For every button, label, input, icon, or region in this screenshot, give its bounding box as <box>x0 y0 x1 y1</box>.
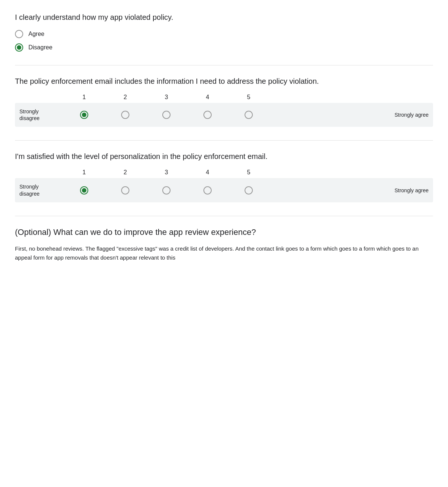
scale-2-option-3[interactable] <box>146 111 187 119</box>
scale-3-radio-3[interactable] <box>162 186 171 195</box>
disagree-radio-inner <box>17 45 21 50</box>
scale-3-num-3: 3 <box>146 169 187 176</box>
scale-2-radio-4[interactable] <box>203 111 212 119</box>
scale-3-num-4: 4 <box>187 169 228 176</box>
scale-2-options <box>64 111 395 119</box>
scale-2-num-4: 4 <box>187 94 228 101</box>
scale-2-strongly-disagree-label: Stronglydisagree <box>15 108 64 122</box>
scale-2-option-5[interactable] <box>228 111 269 119</box>
scale-2-numbers: 1 2 3 4 5 <box>64 94 433 101</box>
scale-3-radio-5[interactable] <box>245 186 253 195</box>
scale-3-num-1: 1 <box>64 169 105 176</box>
scale-2-radio-1-inner <box>82 113 86 117</box>
scale-3-strongly-disagree-label: Stronglydisagree <box>15 183 64 197</box>
scale-3-option-4[interactable] <box>187 186 228 195</box>
divider-3 <box>15 216 433 216</box>
scale-3-option-3[interactable] <box>146 186 187 195</box>
agree-option[interactable]: Agree <box>15 30 433 38</box>
scale-2-option-2[interactable] <box>105 111 146 119</box>
scale-2-radio-1[interactable] <box>80 111 88 119</box>
question-2-scale: 1 2 3 4 5 Stronglydisagree <box>15 94 433 127</box>
scale-3-option-2[interactable] <box>105 186 146 195</box>
scale-3-strongly-agree-label: Strongly agree <box>395 187 433 193</box>
scale-2-num-1: 1 <box>64 94 105 101</box>
scale-2-num-5: 5 <box>228 94 269 101</box>
scale-3-option-1[interactable] <box>64 186 105 195</box>
scale-2-row: Stronglydisagree <box>15 103 433 127</box>
disagree-radio[interactable] <box>15 43 23 52</box>
agree-label: Agree <box>28 31 45 37</box>
scale-3-radio-2[interactable] <box>121 186 129 195</box>
question-2-title: The policy enforcement email includes th… <box>15 76 433 86</box>
scale-2-radio-3[interactable] <box>162 111 171 119</box>
disagree-label: Disagree <box>28 44 52 51</box>
scale-3-option-5[interactable] <box>228 186 269 195</box>
disagree-option[interactable]: Disagree <box>15 43 433 52</box>
scale-3-radio-4[interactable] <box>203 186 212 195</box>
scale-3-radio-1[interactable] <box>80 186 88 195</box>
question-1-title: I clearly understand how my app violated… <box>15 12 433 22</box>
scale-2-strongly-agree-label: Strongly agree <box>395 112 433 118</box>
scale-2-num-3: 3 <box>146 94 187 101</box>
scale-3-row: Stronglydisagree <box>15 178 433 202</box>
question-3-title: I'm satisfied with the level of personal… <box>15 151 433 162</box>
scale-3-numbers: 1 2 3 4 5 <box>64 169 433 176</box>
scale-3-radio-1-inner <box>82 188 86 193</box>
scale-2-radio-2[interactable] <box>121 111 129 119</box>
scale-2-radio-5[interactable] <box>245 111 253 119</box>
agree-radio[interactable] <box>15 30 23 38</box>
question-1-block: I clearly understand how my app violated… <box>15 12 433 52</box>
scale-2-option-4[interactable] <box>187 111 228 119</box>
scale-3-options <box>64 186 395 195</box>
scale-3-num-5: 5 <box>228 169 269 176</box>
divider-1 <box>15 65 433 65</box>
question-4-title: (Optional) What can we do to improve the… <box>15 227 433 238</box>
scale-3-num-2: 2 <box>105 169 146 176</box>
question-3-block: I'm satisfied with the level of personal… <box>15 151 433 202</box>
scale-2-num-2: 2 <box>105 94 146 101</box>
scale-2-option-1[interactable] <box>64 111 105 119</box>
question-3-scale: 1 2 3 4 5 Stronglydisagree <box>15 169 433 202</box>
divider-2 <box>15 140 433 141</box>
question-4-block: (Optional) What can we do to improve the… <box>15 227 433 262</box>
question-2-block: The policy enforcement email includes th… <box>15 76 433 127</box>
question-4-response: First, no bonehead reviews. The flagged … <box>15 244 433 262</box>
